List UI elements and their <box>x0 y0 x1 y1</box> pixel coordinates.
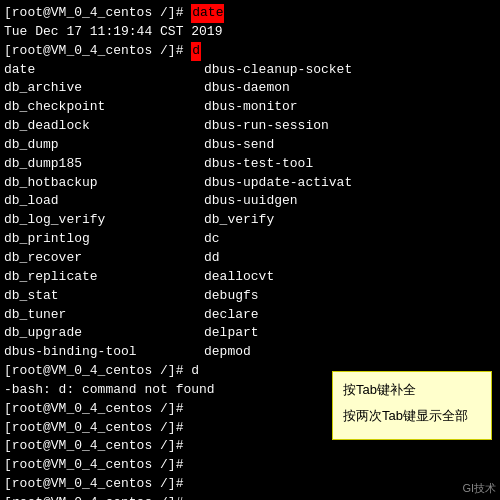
prompt-after-cols: [root@VM_0_4_centos /]# d <box>4 362 199 381</box>
item-delpart: delpart <box>204 324 496 343</box>
terminal: [root@VM_0_4_centos /]# date Tue Dec 17 … <box>0 0 500 500</box>
error-text: -bash: d: command not found <box>4 381 215 400</box>
item-db-printlog: db_printlog <box>4 230 204 249</box>
item-db-tuner: db_tuner <box>4 306 204 325</box>
item-db-checkpoint: db_checkpoint <box>4 98 204 117</box>
item-db-log-verify: db_log_verify <box>4 211 204 230</box>
item-dbus-binding-tool: dbus-binding-tool <box>4 343 204 362</box>
item-dbus-run-session: dbus-run-session <box>204 117 496 136</box>
cmd-d: d <box>191 42 201 61</box>
item-dbus-update-activat: dbus-update-activat <box>204 174 496 193</box>
item-declare: declare <box>204 306 496 325</box>
item-dbus-send: dbus-send <box>204 136 496 155</box>
item-db-replicate: db_replicate <box>4 268 204 287</box>
item-db-verify: db_verify <box>204 211 496 230</box>
item-db-deadlock: db_deadlock <box>4 117 204 136</box>
line-3: [root@VM_0_4_centos /]# d <box>4 42 496 61</box>
item-dbus-daemon: dbus-daemon <box>204 79 496 98</box>
cmd-date: date <box>191 4 224 23</box>
tooltip-line2: 按两次Tab键显示全部 <box>343 406 481 426</box>
item-dbus-cleanup-socket: dbus-cleanup-socket <box>204 61 496 80</box>
tooltip-line1: 按Tab键补全 <box>343 380 481 400</box>
line-1: [root@VM_0_4_centos /]# date <box>4 4 496 23</box>
item-db-dump: db_dump <box>4 136 204 155</box>
empty-prompt-3: [root@VM_0_4_centos /]# <box>4 437 496 456</box>
col-left: date db_archive db_checkpoint db_deadloc… <box>4 61 204 363</box>
item-db-stat: db_stat <box>4 287 204 306</box>
empty-prompt-4: [root@VM_0_4_centos /]# <box>4 456 496 475</box>
item-dc: dc <box>204 230 496 249</box>
item-deallocvt: deallocvt <box>204 268 496 287</box>
prompt-3: [root@VM_0_4_centos /]# <box>4 42 191 61</box>
col-right: dbus-cleanup-socket dbus-daemon dbus-mon… <box>204 61 496 363</box>
empty-prompt-5: [root@VM_0_4_centos /]# <box>4 475 496 494</box>
item-db-hotbackup: db_hotbackup <box>4 174 204 193</box>
item-db-dump185: db_dump185 <box>4 155 204 174</box>
item-db-load: db_load <box>4 192 204 211</box>
item-debugfs: debugfs <box>204 287 496 306</box>
watermark: GI技术 <box>462 481 496 496</box>
tooltip-box: 按Tab键补全 按两次Tab键显示全部 <box>332 371 492 440</box>
date-output: Tue Dec 17 11:19:44 CST 2019 <box>4 23 222 42</box>
tab-completion: date db_archive db_checkpoint db_deadloc… <box>4 61 496 363</box>
line-2: Tue Dec 17 11:19:44 CST 2019 <box>4 23 496 42</box>
item-date: date <box>4 61 204 80</box>
empty-prompt-6: [root@VM_0_4_centos /]# <box>4 494 496 500</box>
item-dbus-monitor: dbus-monitor <box>204 98 496 117</box>
item-dbus-uuidgen: dbus-uuidgen <box>204 192 496 211</box>
item-dbus-test-tool: dbus-test-tool <box>204 155 496 174</box>
item-dd: dd <box>204 249 496 268</box>
item-depmod: depmod <box>204 343 496 362</box>
item-db-recover: db_recover <box>4 249 204 268</box>
prompt-1: [root@VM_0_4_centos /]# <box>4 4 191 23</box>
item-db-archive: db_archive <box>4 79 204 98</box>
item-db-upgrade: db_upgrade <box>4 324 204 343</box>
